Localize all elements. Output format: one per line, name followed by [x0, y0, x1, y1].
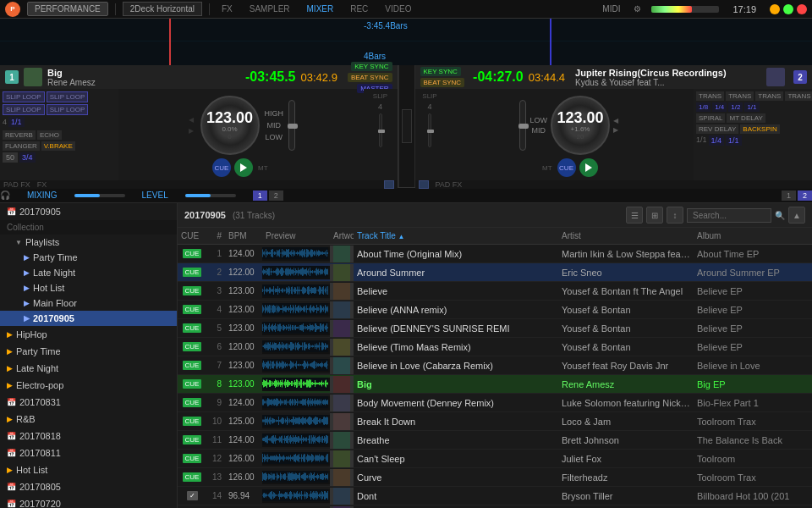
cue-tag[interactable]: CUE	[183, 323, 202, 333]
sidebar-party-time-folder[interactable]: ▶ Party Time	[0, 343, 177, 360]
track-search-input[interactable]	[687, 208, 771, 223]
cue-tag[interactable]: CUE	[183, 249, 202, 258]
track-preview-wave[interactable]	[262, 340, 330, 354]
track-preview-wave[interactable]	[262, 452, 330, 466]
track-preview-wave[interactable]	[262, 284, 330, 298]
sidebar-electro-pop[interactable]: ▶ Electro-pop	[0, 377, 177, 394]
table-row[interactable]: CUE 1 124.00 About Time (Original Mix) M…	[178, 245, 812, 263]
sidebar-item-20170905[interactable]: 📅 20170905	[0, 203, 177, 220]
loop-18[interactable]: 1/8	[696, 102, 710, 112]
table-row[interactable]: CUE 9 124.00 Body Movement (Denney Remix…	[178, 394, 812, 412]
cue-tag[interactable]: CUE	[183, 454, 202, 463]
rec-toggle[interactable]: REC	[345, 4, 373, 14]
deck2-nav-next[interactable]: ▶	[613, 126, 618, 134]
trans-btn3[interactable]: TRANS	[755, 91, 783, 101]
loop-34-btn[interactable]: 3/4	[19, 152, 36, 163]
deck2-pad-btn1[interactable]	[419, 180, 429, 189]
cue-tag[interactable]: CUE	[183, 268, 202, 277]
cue-tag[interactable]: CUE	[183, 417, 202, 426]
table-row[interactable]: ✓ 14 96.94 Dont Bryson Tiller Billboard …	[178, 487, 812, 505]
grid-view-btn[interactable]: ⊞	[646, 207, 663, 224]
sidebar-late-night-folder[interactable]: ▶ Late Night	[0, 360, 177, 377]
col-header-title[interactable]: Track Title ▲	[354, 229, 558, 242]
table-row[interactable]: CUE 3 123.00 Believe Yousef & Bontan ft …	[178, 282, 812, 301]
deck-sel-1[interactable]: 1	[253, 190, 267, 201]
table-row[interactable]: CUE 6 120.00 Believe (Timo Maas Remix) Y…	[178, 338, 812, 356]
deck1-key-sync[interactable]: KEY SYNC	[351, 62, 392, 71]
deck2-pitch-slider[interactable]	[519, 100, 526, 151]
level-toggle[interactable]: LEVEL	[142, 190, 168, 200]
crossfader[interactable]	[402, 109, 412, 143]
sidebar-20170805[interactable]: 📅 20170805	[0, 478, 177, 495]
table-row[interactable]: CUE 5 123.00 Believe (DENNEY'S SUNRISE R…	[178, 319, 812, 338]
cue-cell[interactable]: CUE	[178, 323, 206, 333]
fx-toggle[interactable]: FX	[217, 4, 238, 14]
deck2-beat-sync[interactable]: BEAT SYNC	[420, 78, 465, 87]
deck1-pad-btn1[interactable]	[384, 180, 394, 189]
slip-loop-btn4[interactable]: SLIP LOOP	[47, 104, 89, 115]
track-preview-wave[interactable]	[262, 247, 330, 261]
cue-cell[interactable]: CUE	[178, 454, 206, 463]
track-preview-wave[interactable]	[262, 322, 330, 335]
deck2-play-button[interactable]	[579, 158, 598, 177]
col-header-artwork[interactable]: Artwork	[330, 229, 354, 242]
track-preview-wave[interactable]	[262, 266, 330, 279]
track-preview-wave[interactable]	[262, 433, 330, 447]
deck2-platter[interactable]: 123.00 +1.6% 20	[551, 96, 610, 155]
loop-12[interactable]: 1/2	[728, 102, 743, 112]
master-volume[interactable]	[651, 6, 719, 13]
deck2-nav-prev[interactable]: ◀	[613, 117, 618, 124]
col-header-artist[interactable]: Artist	[558, 229, 694, 242]
deck2-key-sync[interactable]: KEY SYNC	[420, 67, 461, 76]
sidebar-20170811[interactable]: 📅 20170811	[0, 444, 177, 461]
trans-btn4[interactable]: TRANS	[785, 91, 812, 101]
sidebar-20170831[interactable]: 📅 20170831	[0, 394, 177, 411]
sampler-toggle[interactable]: SAMPLER	[244, 4, 295, 14]
deck1-volume-fader[interactable]	[379, 113, 382, 147]
level-slider[interactable]	[185, 194, 236, 197]
deck1-platter[interactable]: 123.00 0.0% 0	[200, 96, 260, 155]
deck1-play-button[interactable]	[234, 158, 253, 177]
video-toggle[interactable]: VIDEO	[380, 4, 416, 14]
performance-button[interactable]: PERFORMANCE	[27, 2, 108, 16]
close-button[interactable]	[797, 4, 807, 14]
rev-delay-btn[interactable]: REV DELAY	[696, 124, 738, 134]
col-header-num[interactable]: #	[206, 229, 225, 242]
settings-icon[interactable]: ⚙	[630, 4, 645, 14]
table-row[interactable]: CUE 4 123.00 Believe (ANNA remix) Yousef…	[178, 301, 812, 319]
cue-cell[interactable]: CUE	[178, 305, 206, 314]
loop-11[interactable]: 1/1	[744, 102, 759, 112]
table-row[interactable]: CUE 13 126.00 Curve Filterheadz Toolroom…	[178, 468, 812, 487]
deck-sel-2[interactable]: 2	[269, 190, 283, 201]
cue-tag[interactable]: CUE	[183, 398, 202, 407]
cue-cell[interactable]: CUE	[178, 435, 206, 444]
cue-cell[interactable]: CUE	[178, 249, 206, 258]
loop-14-b[interactable]: 1/4	[709, 135, 725, 146]
sidebar-hot-list-folder[interactable]: ▶ Hot List	[0, 461, 177, 478]
cue-cell[interactable]: CUE	[178, 398, 206, 407]
deck1-beat-sync[interactable]: BEAT SYNC	[348, 73, 392, 82]
maximize-button[interactable]	[783, 4, 793, 14]
deck2-cue-button[interactable]: CUE	[557, 158, 576, 177]
cue-cell[interactable]: ✓	[178, 491, 206, 500]
mixing-slider[interactable]	[74, 194, 125, 197]
search-icon[interactable]: 🔍	[775, 211, 785, 220]
list-view-btn[interactable]: ☰	[626, 207, 643, 224]
mt-delay-btn[interactable]: MT DELAY	[727, 113, 765, 123]
table-row[interactable]: CUE 2 122.00 Around Summer Eric Sneo Aro…	[178, 263, 812, 282]
cue-tag[interactable]: ✓	[187, 491, 198, 500]
sidebar-20170905-playlist[interactable]: ▶ 20170905	[0, 311, 177, 326]
loop-50-btn[interactable]: 50	[3, 152, 18, 163]
sidebar-randb[interactable]: ▶ R&B	[0, 411, 177, 428]
track-preview-wave[interactable]	[262, 303, 330, 317]
flanger-btn[interactable]: FLANGER	[3, 141, 40, 151]
cue-cell[interactable]: CUE	[178, 342, 206, 351]
sidebar-20170720[interactable]: 📅 20170720	[0, 495, 177, 508]
track-preview-wave[interactable]	[262, 359, 330, 373]
track-preview-wave[interactable]	[262, 471, 330, 484]
cue-cell[interactable]: CUE	[178, 472, 206, 482]
slip-loop-btn3[interactable]: SLIP LOOP	[3, 104, 45, 115]
slip-loop-btn1[interactable]: SLIP LOOP	[3, 91, 45, 102]
track-preview-wave[interactable]	[262, 378, 330, 391]
echo-btn[interactable]: ECHO	[37, 130, 62, 140]
